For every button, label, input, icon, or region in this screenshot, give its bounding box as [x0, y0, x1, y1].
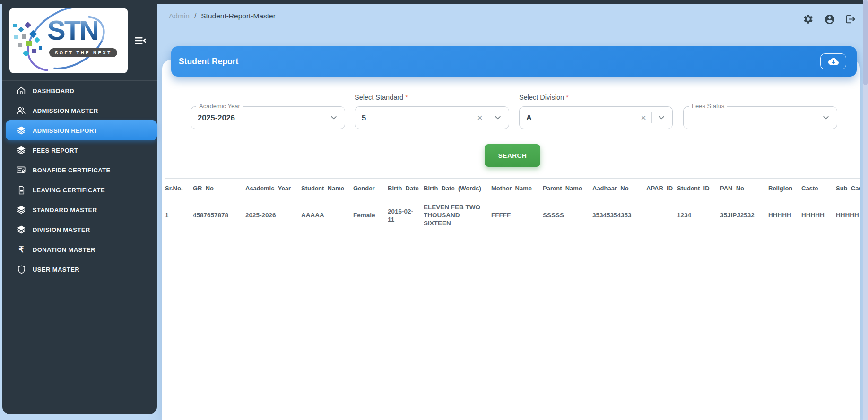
table-cell: HHHHH — [836, 198, 860, 232]
breadcrumb-page: Student-Report-Master — [201, 12, 276, 20]
column-header: Academic_Year — [245, 179, 301, 198]
topbar-actions — [803, 14, 856, 25]
brand-tagline: SOFT THE NEXT — [49, 48, 117, 57]
sidebar-menu: DASHBOARDADMISSION MASTERADMISSION REPOR… — [2, 81, 157, 279]
download-button[interactable] — [820, 53, 846, 69]
people-icon — [16, 105, 27, 116]
report-table-container: Sr.No.GR_NoAcademic_YearStudent_NameGend… — [165, 178, 860, 232]
table-cell: 35345354353 — [592, 198, 646, 232]
search-button[interactable]: SEARCH — [485, 144, 540, 167]
table-cell: Female — [353, 198, 388, 232]
division-value: A — [526, 113, 641, 122]
logo-square — [18, 43, 22, 47]
table-cell: 4587657878 — [193, 198, 245, 232]
column-header: PAN_No — [720, 179, 768, 198]
fees-status-label: Fees Status — [689, 103, 727, 110]
column-header: Student_Name — [301, 179, 353, 198]
table-cell: FFFFF — [491, 198, 543, 232]
division-label: Select Division* — [519, 94, 569, 101]
rupee-icon: ₹ — [16, 244, 27, 255]
chevron-down-icon[interactable] — [657, 113, 666, 122]
table-cell: HHHHH — [801, 198, 836, 232]
column-header: Sr.No. — [165, 179, 193, 198]
sidebar-item-dashboard[interactable]: DASHBOARD — [6, 81, 157, 101]
sidebar-item-label: DONATION MASTER — [33, 246, 95, 253]
table-cell: 2016-02-11 — [388, 198, 424, 232]
chevron-down-icon[interactable] — [494, 113, 502, 122]
table-cell: AAAAA — [301, 198, 353, 232]
division-select[interactable]: A × — [519, 106, 673, 129]
standard-label: Select Standard* — [355, 94, 408, 101]
sidebar-item-donation-master[interactable]: ₹DONATION MASTER — [6, 240, 157, 259]
breadcrumb: Admin / Student-Report-Master — [169, 12, 276, 20]
brand-name: STN — [47, 14, 98, 46]
logout-icon[interactable] — [845, 14, 856, 25]
table-cell: SSSSS — [543, 198, 592, 232]
chevron-down-icon[interactable] — [822, 113, 830, 122]
logo-square — [32, 49, 36, 53]
academic-year-select[interactable]: Academic Year 2025-2026 — [191, 106, 345, 129]
column-header: Sub_Caste — [836, 179, 860, 198]
required-asterisk: * — [405, 94, 408, 101]
table-cell: 35JIPJ2532 — [720, 198, 768, 232]
column-header: Birth_Date — [388, 179, 424, 198]
table-cell — [646, 198, 677, 232]
standard-value: 5 — [362, 113, 477, 122]
page-scrollbar[interactable] — [863, 0, 868, 420]
panel-title: Student Report — [179, 57, 238, 67]
sidebar-item-label: LEAVING CERTIFICATE — [33, 187, 105, 194]
logo-square — [39, 46, 42, 50]
certificate-icon — [16, 164, 27, 176]
table-cell: HHHHH — [768, 198, 801, 232]
sidebar-item-label: DIVISION MASTER — [33, 226, 90, 233]
table-cell: 1 — [165, 198, 193, 232]
column-header: Birth_Date_(Words) — [424, 179, 491, 198]
scrollbar-thumb[interactable] — [863, 0, 868, 85]
table-cell: 2025-2026 — [245, 198, 301, 232]
sidebar-item-standard-master[interactable]: STANDARD MASTER — [6, 200, 157, 220]
layers-icon — [16, 125, 27, 136]
academic-year-label: Academic Year — [196, 103, 243, 110]
sidebar-item-bonafide-certificate[interactable]: BONAFIDE CERTIFICATE — [6, 160, 157, 180]
logo-square — [22, 34, 26, 39]
sidebar-item-label: DASHBOARD — [33, 87, 74, 94]
column-header: Mother_Name — [491, 179, 543, 198]
column-header: Gender — [353, 179, 388, 198]
sidebar-item-label: BONAFIDE CERTIFICATE — [33, 167, 110, 174]
sidebar-item-fees-report[interactable]: FEES REPORT — [6, 140, 157, 160]
column-header: GR_No — [193, 179, 245, 198]
table-row[interactable]: 145876578782025-2026AAAAAFemale2016-02-1… — [165, 198, 860, 232]
document-icon — [16, 184, 27, 196]
breadcrumb-section[interactable]: Admin — [169, 12, 190, 20]
logo-square — [14, 35, 18, 39]
standard-select[interactable]: 5 × — [355, 106, 509, 129]
shield-icon — [16, 264, 27, 275]
column-header: Aadhaar_No — [592, 179, 646, 198]
sidebar-item-label: USER MASTER — [33, 266, 79, 273]
report-table: Sr.No.GR_NoAcademic_YearStudent_NameGend… — [165, 178, 860, 232]
table-cell: ELEVEN FEB TWO THOUSAND SIXTEEN — [424, 198, 491, 232]
clear-icon[interactable]: × — [641, 113, 646, 122]
sidebar-item-leaving-certificate[interactable]: LEAVING CERTIFICATE — [6, 180, 157, 200]
sidebar-collapse-icon[interactable] — [134, 34, 147, 47]
column-header: Parent_Name — [543, 179, 592, 198]
sidebar-item-user-master[interactable]: USER MASTER — [6, 259, 157, 279]
column-header: Religion — [768, 179, 801, 198]
sidebar-item-division-master[interactable]: DIVISION MASTER — [6, 220, 157, 240]
logo-square — [18, 26, 24, 33]
brand-logo[interactable]: STN SOFT THE NEXT — [9, 8, 128, 73]
settings-gear-icon[interactable] — [803, 14, 814, 25]
fees-status-select[interactable]: Fees Status — [683, 106, 837, 129]
content-card: Academic Year 2025-2026 Select Standard*… — [162, 60, 860, 420]
sidebar-item-admission-report[interactable]: ADMISSION REPORT — [6, 120, 157, 140]
layers-icon — [16, 224, 27, 235]
clear-icon[interactable]: × — [477, 113, 483, 122]
sidebar-item-label: FEES REPORT — [33, 147, 78, 154]
required-asterisk: * — [566, 94, 569, 101]
sidebar-item-admission-master[interactable]: ADMISSION MASTER — [6, 101, 157, 120]
sidebar-item-label: ADMISSION REPORT — [33, 127, 98, 134]
panel-header: Student Report — [171, 46, 857, 77]
chevron-down-icon[interactable] — [330, 113, 338, 122]
account-avatar-icon[interactable] — [824, 14, 835, 25]
column-header: Student_ID — [677, 179, 720, 198]
